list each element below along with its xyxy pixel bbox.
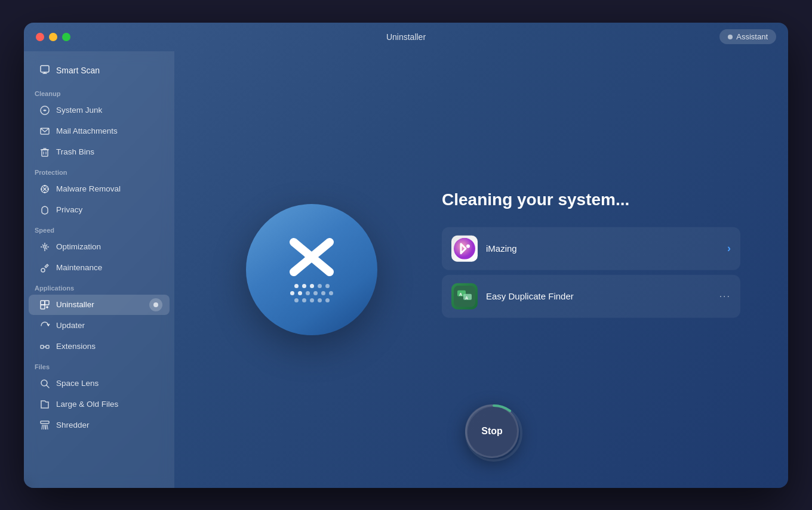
svg-line-22: [46, 248, 47, 249]
svg-line-23: [46, 245, 47, 246]
main-content: Cleaning your system...: [174, 51, 788, 488]
svg-rect-26: [41, 301, 45, 305]
sidebar-item-trash-bins[interactable]: Trash Bins: [29, 142, 170, 162]
system-junk-icon: [39, 105, 50, 116]
app-window: Uninstaller Assistant Smart Scan C: [24, 23, 788, 488]
sidebar: Smart Scan Cleanup System Junk: [24, 51, 174, 488]
edf-app-icon: A A: [451, 283, 478, 309]
sidebar-item-malware-removal[interactable]: Malware Removal: [29, 179, 170, 199]
trash-icon: [39, 147, 50, 157]
imazing-chevron-icon: ›: [727, 242, 731, 255]
sidebar-item-maintenance[interactable]: Maintenance: [29, 258, 170, 278]
svg-rect-36: [41, 421, 49, 424]
sidebar-item-uninstaller[interactable]: Uninstaller: [29, 295, 170, 315]
logo-dots: [290, 284, 333, 302]
sidebar-item-shredder[interactable]: Shredder: [29, 415, 170, 435]
uninstaller-label: Uninstaller: [56, 300, 94, 309]
space-lens-label: Space Lens: [56, 379, 99, 388]
assistant-label: Assistant: [736, 32, 768, 41]
active-indicator: [149, 298, 162, 311]
section-label-protection: Protection: [24, 163, 174, 178]
imazing-name: iMazing: [486, 243, 719, 254]
smart-scan-icon: [39, 64, 50, 77]
stop-button-container: Stop: [465, 404, 519, 458]
extensions-icon: [39, 341, 50, 352]
svg-point-49: [466, 406, 521, 460]
sidebar-item-privacy[interactable]: Privacy: [29, 200, 170, 220]
maintenance-icon: [39, 262, 50, 273]
assistant-button[interactable]: Assistant: [719, 29, 776, 44]
window-title: Uninstaller: [386, 32, 426, 42]
cleaning-panel: Cleaning your system...: [442, 190, 740, 322]
maximize-button[interactable]: [62, 33, 70, 41]
svg-rect-5: [42, 150, 48, 156]
smart-scan-label: Smart Scan: [56, 66, 100, 75]
uninstaller-icon: [39, 299, 50, 310]
active-dot: [153, 302, 158, 307]
svg-line-39: [45, 425, 45, 429]
privacy-label: Privacy: [56, 205, 82, 214]
svg-rect-0: [41, 66, 49, 72]
minimize-button[interactable]: [49, 33, 57, 41]
svg-text:A: A: [459, 292, 462, 296]
cleaning-title: Cleaning your system...: [442, 190, 740, 209]
logo-x-icon: [288, 236, 336, 278]
section-label-files: Files: [24, 357, 174, 373]
space-lens-icon: [39, 378, 50, 389]
mail-icon: [39, 126, 50, 137]
titlebar: Uninstaller Assistant: [24, 23, 788, 51]
sidebar-item-extensions[interactable]: Extensions: [29, 336, 170, 357]
imazing-app-icon: [451, 235, 478, 261]
svg-rect-32: [46, 345, 49, 348]
svg-line-41: [47, 425, 48, 429]
system-junk-label: System Junk: [56, 106, 102, 115]
privacy-icon: [39, 205, 50, 215]
svg-rect-31: [41, 345, 44, 348]
svg-rect-27: [45, 301, 49, 305]
close-button[interactable]: [36, 33, 44, 41]
sidebar-item-large-old-files[interactable]: Large & Old Files: [29, 394, 170, 415]
sidebar-item-optimization[interactable]: Optimization: [29, 237, 170, 257]
shredder-label: Shredder: [56, 421, 90, 429]
extensions-label: Extensions: [56, 342, 96, 351]
sidebar-item-smart-scan[interactable]: Smart Scan: [29, 58, 170, 83]
content-area: Smart Scan Cleanup System Junk: [24, 51, 788, 488]
trash-bins-label: Trash Bins: [56, 147, 94, 156]
large-old-files-label: Large & Old Files: [56, 400, 118, 409]
svg-line-35: [47, 385, 49, 388]
app-row-edf: A A Easy Duplicate Finder ···: [442, 274, 740, 317]
svg-text:A: A: [465, 295, 468, 299]
large-files-icon: [39, 399, 50, 410]
app-logo: [246, 204, 377, 335]
optimization-icon: [39, 242, 50, 252]
section-label-applications: Applications: [24, 279, 174, 294]
stop-progress-ring: [465, 404, 523, 462]
edf-more-icon[interactable]: ···: [719, 290, 731, 301]
sidebar-item-updater[interactable]: Updater: [29, 316, 170, 336]
svg-point-43: [466, 244, 470, 248]
sidebar-item-space-lens[interactable]: Space Lens: [29, 373, 170, 394]
malware-icon: [39, 184, 50, 194]
svg-point-24: [44, 246, 46, 248]
malware-removal-label: Malware Removal: [56, 184, 121, 193]
app-row-imazing: iMazing ›: [442, 227, 740, 270]
maintenance-label: Maintenance: [56, 263, 102, 272]
assistant-status-dot: [728, 35, 733, 39]
updater-label: Updater: [56, 321, 85, 330]
svg-line-21: [42, 245, 44, 246]
edf-name: Easy Duplicate Finder: [486, 291, 711, 301]
shredder-icon: [39, 420, 50, 431]
section-label-speed: Speed: [24, 221, 174, 236]
svg-point-25: [41, 268, 45, 272]
updater-icon: [39, 320, 50, 331]
sidebar-item-system-junk[interactable]: System Junk: [29, 100, 170, 120]
section-label-cleanup: Cleanup: [24, 84, 174, 100]
traffic-lights: [36, 33, 70, 41]
stop-button[interactable]: Stop: [465, 404, 519, 458]
optimization-label: Optimization: [56, 242, 101, 251]
svg-line-37: [42, 425, 42, 429]
svg-rect-28: [41, 305, 45, 309]
mail-attachments-label: Mail Attachments: [56, 126, 118, 135]
sidebar-item-mail-attachments[interactable]: Mail Attachments: [29, 121, 170, 141]
